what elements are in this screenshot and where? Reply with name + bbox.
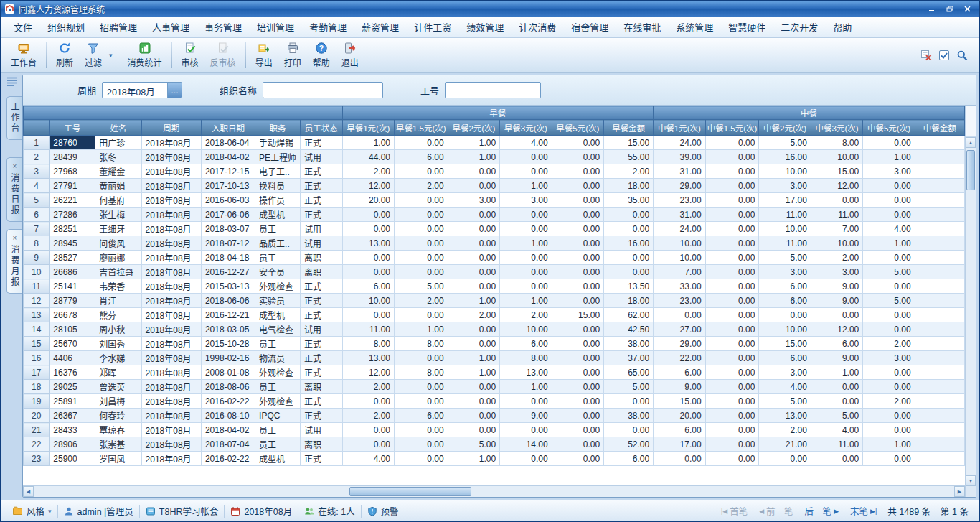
column-header[interactable]: 周期 xyxy=(141,120,201,136)
cell-hire-date[interactable]: 2016-02-22 xyxy=(201,452,255,466)
cell-value[interactable]: 8.00 xyxy=(394,365,448,380)
cell-value[interactable]: 0.00 xyxy=(705,437,759,452)
restore-button[interactable] xyxy=(942,3,958,14)
cell-value[interactable]: 10.00 xyxy=(759,322,811,337)
cell-value[interactable]: 10.00 xyxy=(811,236,862,251)
cell-value[interactable]: 0.00 xyxy=(500,452,552,466)
cell-value[interactable]: 55.00 xyxy=(604,150,654,164)
cell-value[interactable]: 6.00 xyxy=(394,409,448,423)
cell-value[interactable]: 0.00 xyxy=(705,222,759,236)
cell-value[interactable]: 6.00 xyxy=(394,150,448,164)
cell-value[interactable]: 42.50 xyxy=(604,322,654,337)
cell-value[interactable]: 0.00 xyxy=(811,380,862,394)
cell-period[interactable]: 2018年08月 xyxy=(141,251,201,265)
cell-job[interactable]: 员工 xyxy=(255,437,301,452)
menu-item-4[interactable]: 事务管理 xyxy=(197,17,249,37)
cell-value[interactable]: 12.00 xyxy=(811,179,862,193)
cell-value[interactable]: 0.00 xyxy=(500,394,552,409)
filter-button[interactable]: 过滤 xyxy=(79,39,108,70)
row-number[interactable]: 2 xyxy=(24,150,50,164)
cell-value[interactable]: 0.00 xyxy=(863,279,915,294)
cell-value[interactable]: 44.00 xyxy=(342,150,394,164)
cell-period[interactable]: 2018年08月 xyxy=(141,322,201,337)
cell-status[interactable]: 试用 xyxy=(301,236,342,251)
cell-value[interactable]: 1.00 xyxy=(863,150,915,164)
cell-value[interactable]: 0.00 xyxy=(342,437,394,452)
cell-value[interactable]: 9.00 xyxy=(654,380,705,394)
cell-empno[interactable]: 4406 xyxy=(50,351,95,365)
vertical-scroll-thumb[interactable] xyxy=(966,150,975,190)
row-number[interactable]: 1 xyxy=(24,136,50,150)
cell-value[interactable]: 11.00 xyxy=(811,208,862,222)
cell-value[interactable] xyxy=(915,150,964,164)
scroll-left-arrow-icon[interactable]: ◀ xyxy=(23,486,34,497)
cell-value[interactable]: 5.00 xyxy=(811,409,862,423)
column-header[interactable]: 早餐2元(次) xyxy=(448,120,499,136)
cell-name[interactable]: 吉首拉哥 xyxy=(95,265,141,279)
cell-value[interactable]: 0.00 xyxy=(448,337,499,351)
cell-value[interactable]: 0.00 xyxy=(448,236,499,251)
menu-item-8[interactable]: 计件工资 xyxy=(407,17,458,37)
cell-value[interactable]: 0.00 xyxy=(759,308,811,322)
menu-item-14[interactable]: 智慧硬件 xyxy=(721,17,773,37)
cell-value[interactable]: 0.00 xyxy=(705,380,759,394)
cell-name[interactable]: 刘国秀 xyxy=(95,337,141,351)
cell-period[interactable]: 2018年08月 xyxy=(141,437,201,452)
period-combo[interactable]: 2018年08月 … xyxy=(102,82,182,98)
cell-value[interactable]: 0.00 xyxy=(552,279,603,294)
cell-value[interactable] xyxy=(915,164,964,179)
period-picker-button[interactable]: … xyxy=(167,83,182,98)
vertical-scroll-track[interactable] xyxy=(966,148,976,475)
help-button[interactable]: ?帮助 xyxy=(307,39,336,70)
cell-status[interactable]: 正式 xyxy=(301,279,342,294)
row-number[interactable]: 23 xyxy=(24,452,50,466)
cell-value[interactable]: 0.00 xyxy=(552,423,603,437)
cell-job[interactable]: 成型机 xyxy=(255,308,301,322)
cell-value[interactable]: 20.00 xyxy=(342,193,394,208)
cell-value[interactable]: 0.00 xyxy=(811,308,862,322)
cell-value[interactable]: 8.00 xyxy=(394,337,448,351)
nav-next-button[interactable]: 后一笔▶ xyxy=(799,504,844,518)
column-header[interactable]: 早餐3元(次) xyxy=(500,120,552,136)
cell-name[interactable]: 罗国凤 xyxy=(95,452,141,466)
cell-value[interactable]: 15.00 xyxy=(654,394,705,409)
menu-item-5[interactable]: 培训管理 xyxy=(250,17,301,37)
cell-value[interactable]: 5.00 xyxy=(448,437,499,452)
menu-item-16[interactable]: 帮助 xyxy=(826,17,859,37)
cell-value[interactable]: 0.00 xyxy=(448,222,499,236)
cell-value[interactable]: 24.00 xyxy=(654,136,705,150)
cell-value[interactable]: 0.00 xyxy=(448,423,499,437)
cell-value[interactable]: 17.00 xyxy=(759,193,811,208)
cell-value[interactable]: 5.00 xyxy=(759,394,811,409)
menu-item-1[interactable]: 组织规划 xyxy=(40,17,92,37)
cell-value[interactable]: 0.00 xyxy=(705,265,759,279)
exit-button[interactable]: 退出 xyxy=(336,39,364,70)
cell-value[interactable]: 4.00 xyxy=(342,452,394,466)
cell-value[interactable] xyxy=(915,409,964,423)
cell-value[interactable]: 6.00 xyxy=(342,279,394,294)
menu-item-3[interactable]: 人事管理 xyxy=(145,17,197,37)
cell-value[interactable]: 0.00 xyxy=(705,452,759,466)
cell-value[interactable]: 52.00 xyxy=(604,437,654,452)
menu-item-12[interactable]: 在线审批 xyxy=(616,17,668,37)
cell-value[interactable]: 1.00 xyxy=(500,236,552,251)
cell-name[interactable]: 韦荣香 xyxy=(95,279,141,294)
cell-hire-date[interactable]: 2018-04-18 xyxy=(201,251,255,265)
cell-value[interactable] xyxy=(915,394,964,409)
cell-value[interactable]: 0.00 xyxy=(705,208,759,222)
cell-empno[interactable]: 28760 xyxy=(50,136,95,150)
cell-hire-date[interactable]: 2018-08-06 xyxy=(201,380,255,394)
cell-period[interactable]: 2018年08月 xyxy=(141,380,201,394)
cell-value[interactable]: 3.00 xyxy=(863,164,915,179)
cell-period[interactable]: 2018年08月 xyxy=(141,308,201,322)
menu-item-11[interactable]: 宿舍管理 xyxy=(564,17,616,37)
cell-empno[interactable]: 29025 xyxy=(50,380,95,394)
cell-value[interactable]: 1.00 xyxy=(863,437,915,452)
cell-value[interactable]: 17.00 xyxy=(654,437,705,452)
cell-value[interactable] xyxy=(915,365,964,380)
cell-status[interactable]: 离职 xyxy=(301,380,342,394)
cell-value[interactable]: 0.00 xyxy=(552,394,603,409)
cell-job[interactable]: IPQC xyxy=(255,409,301,423)
cell-value[interactable]: 2.00 xyxy=(500,308,552,322)
cell-status[interactable]: 正式 xyxy=(301,365,342,380)
